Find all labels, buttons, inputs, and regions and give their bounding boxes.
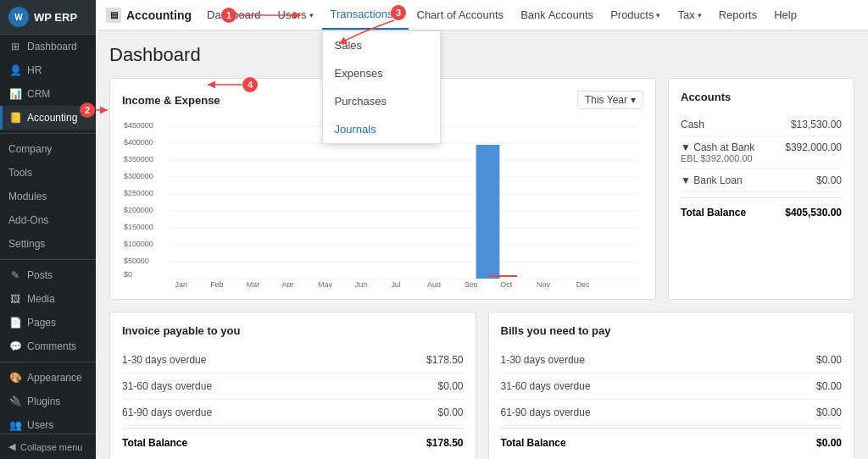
posts-label: Posts (27, 269, 53, 281)
sidebar-item-modules[interactable]: Modules (0, 185, 96, 208)
pages-label: Pages (27, 317, 56, 329)
svg-text:$400000: $400000 (124, 138, 153, 147)
page-title: Dashboard (109, 44, 854, 66)
sidebar-collapse[interactable]: ◀ Collapse menu (0, 434, 96, 459)
svg-rect-20 (476, 145, 500, 279)
svg-text:Nov: Nov (537, 280, 550, 287)
sidebar-item-media[interactable]: 🖼 Media (0, 287, 96, 311)
svg-text:$100000: $100000 (124, 240, 153, 248)
year-selector[interactable]: This Year ▾ (577, 91, 643, 109)
account-cash-label: Cash (681, 119, 704, 130)
sidebar-item-crm[interactable]: 📊 CRM (0, 82, 96, 106)
svg-text:May: May (318, 280, 332, 287)
sidebar-item-tools[interactable]: Tools (0, 161, 96, 185)
bills-card: Bills you need to pay 1-30 days overdue … (488, 312, 855, 459)
accounting-icon: 📒 (8, 112, 22, 124)
users-label: Users (27, 419, 53, 431)
sidebar-item-appearance[interactable]: 🎨 Appearance (0, 366, 96, 390)
sidebar-item-dashboard[interactable]: ⊞ Dashboard (0, 35, 96, 58)
hr-icon: 👤 (8, 64, 22, 76)
bills-row-1: 1-30 days overdue $0.00 (501, 347, 843, 373)
sidebar-item-settings-erp[interactable]: Settings (0, 232, 96, 256)
topnav-products[interactable]: Products ▾ (602, 0, 669, 30)
invoice-title: Invoice payable to you (122, 324, 464, 337)
account-loan-value: $0.00 (816, 174, 842, 186)
topnav-users[interactable]: Users ▾ (270, 0, 322, 30)
svg-text:Apr: Apr (281, 280, 293, 287)
sidebar-item-company[interactable]: Company (0, 137, 96, 161)
sidebar-item-comments[interactable]: 💬 Comments (0, 335, 96, 358)
topnav-help[interactable]: Help (765, 0, 805, 30)
invoice-row-2: 31-60 days overdue $0.00 (122, 373, 464, 400)
sidebar-logo[interactable]: W WP ERP (0, 0, 96, 35)
dropdown-purchases[interactable]: Purchases (323, 87, 440, 115)
topnav-reports[interactable]: Reports (710, 0, 766, 30)
sidebar-item-users-wp[interactable]: 👥 Users (0, 413, 96, 434)
main-area: ▤ Accounting Dashboard Users ▾ Transacti… (96, 0, 868, 459)
sidebar: W WP ERP ⊞ Dashboard 👤 HR 📊 CRM 📒 Accoun… (0, 0, 96, 459)
sidebar-brand-label: WP ERP (34, 11, 77, 24)
addons-label: Add-Ons (8, 214, 48, 226)
topnav-bank-accounts[interactable]: Bank Accounts (512, 0, 602, 30)
invoice-row-1: 1-30 days overdue $178.50 (122, 347, 464, 373)
topnav-transactions[interactable]: Transactions ▾ Sales Expenses Purchases … (322, 0, 409, 30)
tools-label: Tools (8, 167, 32, 179)
year-caret-icon: ▾ (631, 94, 636, 106)
topnav-items: Dashboard Users ▾ Transactions ▾ Sales E… (198, 0, 805, 30)
svg-text:Jun: Jun (355, 280, 367, 287)
modules-label: Modules (8, 191, 47, 202)
tax-caret-icon: ▾ (698, 11, 702, 19)
sidebar-item-label: Accounting (27, 112, 77, 124)
sidebar-item-hr[interactable]: 👤 HR (0, 58, 96, 82)
brand-icon: ▤ (106, 8, 121, 23)
top-row: Income & Expense This Year ▾ $450000 $40… (109, 78, 854, 300)
sidebar-item-pages[interactable]: 📄 Pages (0, 311, 96, 335)
topnav-chart-of-accounts[interactable]: Chart of Accounts (409, 0, 513, 30)
dashboard-icon: ⊞ (8, 41, 22, 53)
plugins-icon: 🔌 (8, 395, 22, 407)
accounts-total-value: $405,530.00 (785, 207, 842, 218)
media-icon: 🖼 (8, 293, 22, 305)
bills-total-value: $0.00 (816, 437, 842, 449)
sidebar-nav: ⊞ Dashboard 👤 HR 📊 CRM 📒 Accounting Comp… (0, 35, 96, 434)
accounts-card: Accounts Cash $13,530.00 ▼ Cash at Bank … (668, 78, 854, 300)
products-caret-icon: ▾ (656, 11, 660, 19)
company-label: Company (8, 143, 52, 155)
sidebar-item-plugins[interactable]: 🔌 Plugins (0, 390, 96, 413)
topnav-brand-label: Accounting (126, 8, 192, 22)
topnav-dashboard[interactable]: Dashboard (198, 0, 270, 30)
chart-title: Income & Expense (122, 94, 220, 107)
svg-text:Jul: Jul (391, 280, 400, 287)
account-loan-label: ▼ Bank Loan (681, 174, 743, 186)
sidebar-item-addons[interactable]: Add-Ons (0, 208, 96, 232)
svg-text:Oct: Oct (500, 280, 512, 287)
bottom-row: Invoice payable to you 1-30 days overdue… (109, 312, 854, 459)
svg-text:$0: $0 (124, 270, 132, 279)
svg-text:$250000: $250000 (124, 189, 153, 197)
collapse-icon: ◀ (8, 441, 15, 452)
invoice-total: Total Balance $178.50 (122, 428, 464, 449)
sidebar-item-label: CRM (27, 88, 50, 100)
svg-text:Jan: Jan (175, 280, 186, 287)
dropdown-journals[interactable]: Journals (323, 115, 440, 143)
svg-text:Dec: Dec (576, 280, 590, 287)
users-caret-icon: ▾ (309, 11, 314, 19)
sidebar-item-label: Dashboard (27, 41, 77, 53)
dropdown-sales[interactable]: Sales (323, 31, 440, 59)
account-cash-value: $13,530.00 (791, 119, 842, 130)
bills-total-label: Total Balance (501, 437, 566, 449)
sidebar-item-label: HR (27, 64, 42, 76)
topnav-tax[interactable]: Tax ▾ (669, 0, 709, 30)
invoice-card: Invoice payable to you 1-30 days overdue… (109, 312, 476, 459)
svg-text:$200000: $200000 (124, 206, 153, 214)
topnav-brand: ▤ Accounting (106, 8, 192, 23)
sidebar-item-accounting[interactable]: 📒 Accounting (0, 106, 96, 130)
invoice-row-3: 61-90 days overdue $0.00 (122, 400, 464, 426)
svg-text:Feb: Feb (210, 280, 223, 287)
bills-title: Bills you need to pay (501, 324, 843, 337)
sidebar-item-posts[interactable]: ✎ Posts (0, 263, 96, 287)
account-row-cash-at-bank: ▼ Cash at Bank EBL $392,000.00 $392,000.… (681, 136, 842, 169)
accounts-title: Accounts (681, 91, 842, 103)
svg-text:$450000: $450000 (124, 121, 153, 130)
dropdown-expenses[interactable]: Expenses (323, 59, 440, 87)
